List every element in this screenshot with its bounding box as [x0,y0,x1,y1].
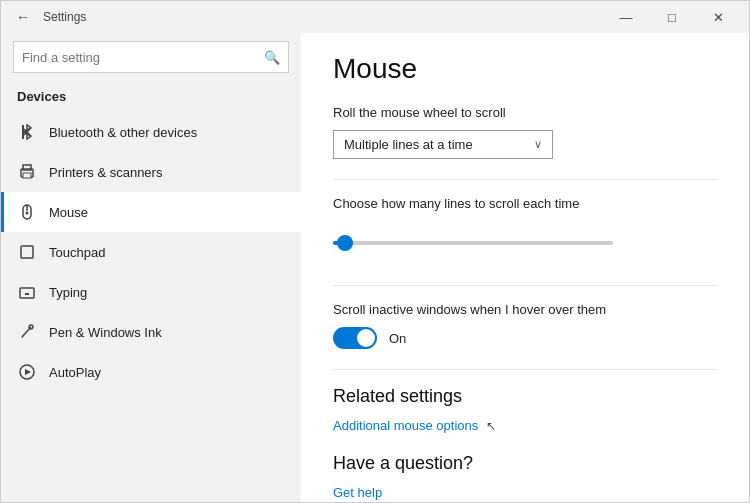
sidebar-item-typing-label: Typing [49,285,87,300]
sidebar-item-autoplay-label: AutoPlay [49,365,101,380]
dropdown-value: Multiple lines at a time [344,137,473,152]
maximize-button[interactable]: □ [649,1,695,33]
page-title: Mouse [333,53,717,85]
touchpad-icon [17,242,37,262]
search-input[interactable] [22,50,264,65]
bluetooth-icon [17,122,37,142]
maximize-icon: □ [668,10,676,25]
roll-label: Roll the mouse wheel to scroll [333,105,717,120]
sidebar-item-touchpad[interactable]: Touchpad [1,232,301,272]
chevron-down-icon: ∨ [534,138,542,151]
main-content: 🔍 Devices Bluetooth & other devices Prin… [1,33,749,502]
sidebar-item-pen-label: Pen & Windows Ink [49,325,162,340]
close-button[interactable]: ✕ [695,1,741,33]
right-panel: Mouse Roll the mouse wheel to scroll Mul… [301,33,749,502]
get-help-link[interactable]: Get help [333,485,382,500]
slider-thumb[interactable] [337,235,353,251]
toggle-knob [357,329,375,347]
related-settings-section: Related settings Additional mouse option… [333,386,717,433]
svg-rect-10 [21,246,33,258]
sidebar: 🔍 Devices Bluetooth & other devices Prin… [1,33,301,502]
minimize-icon: — [620,10,633,25]
sidebar-item-mouse[interactable]: Mouse [1,192,301,232]
have-question-heading: Have a question? [333,453,717,474]
window-title: Settings [37,10,603,24]
back-icon: ← [16,9,30,25]
toggle-state-label: On [389,331,406,346]
divider-3 [333,369,717,370]
back-button[interactable]: ← [9,3,37,31]
scroll-dropdown[interactable]: Multiple lines at a time ∨ [333,130,553,159]
pen-icon [17,322,37,342]
divider-1 [333,179,717,180]
search-icon: 🔍 [264,50,280,65]
window-controls: — □ ✕ [603,1,741,33]
divider-2 [333,285,717,286]
sidebar-item-bluetooth-label: Bluetooth & other devices [49,125,197,140]
sidebar-section-label: Devices [1,85,301,112]
scroll-lines-section: Choose how many lines to scroll each tim… [333,196,717,265]
svg-rect-5 [23,173,31,178]
typing-icon [17,282,37,302]
sidebar-item-touchpad-label: Touchpad [49,245,105,260]
have-question-section: Have a question? Get help [333,453,717,500]
sidebar-item-pen[interactable]: Pen & Windows Ink [1,312,301,352]
sidebar-item-bluetooth[interactable]: Bluetooth & other devices [1,112,301,152]
title-bar: ← Settings — □ ✕ [1,1,749,33]
svg-marker-23 [25,369,31,375]
minimize-button[interactable]: — [603,1,649,33]
autoplay-icon [17,362,37,382]
printer-icon [17,162,37,182]
svg-point-9 [26,212,29,215]
roll-section: Roll the mouse wheel to scroll Multiple … [333,105,717,159]
scroll-lines-label: Choose how many lines to scroll each tim… [333,196,717,211]
additional-mouse-options-link[interactable]: Additional mouse options [333,418,478,433]
close-icon: ✕ [713,10,724,25]
related-settings-heading: Related settings [333,386,717,407]
sidebar-item-printers[interactable]: Printers & scanners [1,152,301,192]
sidebar-item-typing[interactable]: Typing [1,272,301,312]
mouse-icon [17,202,37,222]
sidebar-item-printers-label: Printers & scanners [49,165,162,180]
scroll-slider-container [333,221,717,265]
sidebar-item-autoplay[interactable]: AutoPlay [1,352,301,392]
inactive-scroll-section: Scroll inactive windows when I hover ove… [333,302,717,349]
slider-track [333,241,613,245]
cursor-icon: ↖ [486,419,496,433]
inactive-scroll-label: Scroll inactive windows when I hover ove… [333,302,717,317]
toggle-row: On [333,327,717,349]
svg-rect-6 [23,165,31,170]
inactive-scroll-toggle[interactable] [333,327,377,349]
search-box[interactable]: 🔍 [13,41,289,73]
settings-window: ← Settings — □ ✕ 🔍 Devices [0,0,750,503]
sidebar-item-mouse-label: Mouse [49,205,88,220]
